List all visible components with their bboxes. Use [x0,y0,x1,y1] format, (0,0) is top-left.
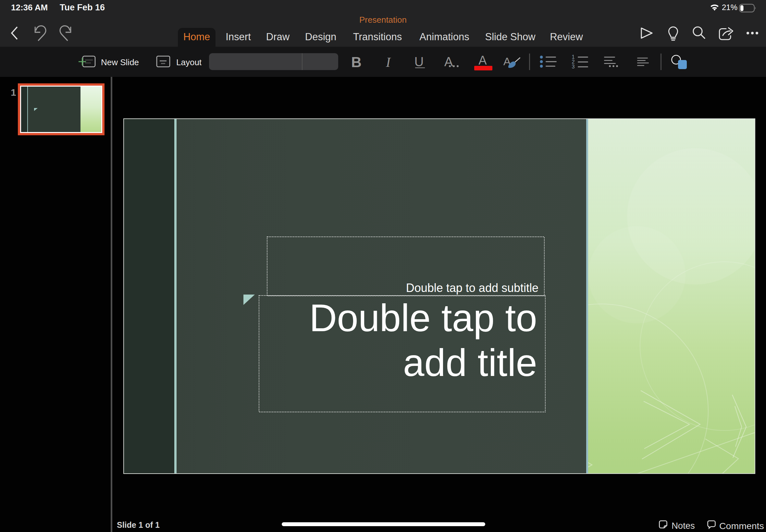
svg-text:3: 3 [572,64,575,69]
